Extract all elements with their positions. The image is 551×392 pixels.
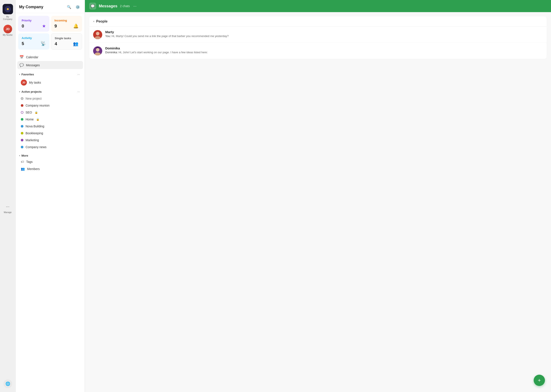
incoming-card[interactable]: Incoming 9 🔔 bbox=[51, 16, 82, 32]
project-item-marketing[interactable]: Marketing bbox=[17, 137, 83, 144]
project-label-company-reunion: Company reunion bbox=[26, 104, 50, 107]
favorites-more-button[interactable]: ··· bbox=[76, 72, 81, 77]
stats-grid: Priority 0 ★ Incoming 9 🔔 Activity 5 📡 S… bbox=[16, 13, 85, 52]
app-logo[interactable] bbox=[3, 4, 13, 14]
main-content: 💬 Messages 2 chats ··· ▾ People bbox=[85, 0, 551, 392]
sidebar-title: My Company bbox=[19, 5, 43, 9]
conversation-preview-marty: You: Hi, Marty! Could you send me a link… bbox=[105, 35, 543, 38]
activity-card-count: 5 bbox=[22, 41, 24, 46]
project-item-nova-building[interactable]: Nova Building bbox=[17, 123, 83, 130]
icon-bar: My Company JD My Nozbe ··· Manage 🌐 bbox=[0, 0, 16, 392]
messages-icon: 💬 bbox=[20, 63, 24, 67]
project-dot-bookkeeping bbox=[21, 132, 23, 134]
conversation-preview-dominika: Dominika: Hi, John! Let's start working … bbox=[105, 51, 543, 54]
sidebar-item-globe[interactable]: 🌐 bbox=[1, 378, 14, 389]
more-section-header[interactable]: ▾ More bbox=[16, 152, 85, 158]
manage-icon: ··· bbox=[3, 202, 12, 211]
conversation-name-marty: Marty bbox=[105, 30, 543, 34]
project-item-bookkeeping[interactable]: Bookkeeping bbox=[17, 130, 83, 137]
favorites-chevron-icon: ▾ bbox=[19, 73, 20, 76]
conversation-item-dominika[interactable]: Dominika Dominika: Hi, John! Let's start… bbox=[89, 43, 547, 59]
people-section: ▾ People Marty You: Hi, Marty! Could you… bbox=[89, 16, 547, 59]
calendar-icon: 📅 bbox=[20, 55, 24, 59]
favorites-section-title: Favorites bbox=[21, 73, 75, 76]
project-label-marketing: Marketing bbox=[26, 138, 39, 142]
activity-card[interactable]: Activity 5 📡 bbox=[18, 33, 49, 49]
sidebar-item-calendar[interactable]: 📅 Calendar bbox=[17, 53, 83, 61]
project-dot-marketing bbox=[21, 139, 23, 141]
app-name-label: My Company bbox=[3, 16, 13, 20]
my-tasks-label: My tasks bbox=[29, 81, 41, 84]
single-tasks-card-title: Single tasks bbox=[55, 37, 79, 40]
sidebar-item-messages[interactable]: 💬 Messages bbox=[17, 61, 83, 69]
single-tasks-card[interactable]: Single tasks 4 👥 bbox=[51, 33, 82, 49]
project-item-company-news[interactable]: Company news bbox=[17, 144, 83, 151]
sidebar-header: My Company 🔍 ⚙️ bbox=[16, 0, 85, 13]
sidebar-nav: 📅 Calendar 💬 Messages bbox=[16, 52, 85, 70]
incoming-card-icon: 🔔 bbox=[73, 23, 79, 28]
activity-card-title: Activity bbox=[22, 36, 46, 40]
project-item-seo[interactable]: SEO 🔒 bbox=[17, 109, 83, 116]
preview-text-dominika: Hi, John! Let's start working on our pag… bbox=[118, 51, 208, 54]
project-label-company-news: Company news bbox=[26, 145, 47, 149]
sidebar-item-my-tasks[interactable]: JD My tasks bbox=[17, 78, 83, 87]
people-section-header[interactable]: ▾ People bbox=[89, 16, 547, 27]
project-label-bookkeeping: Bookkeeping bbox=[26, 132, 43, 135]
sidebar-scroll: ▾ Favorites ··· JD My tasks ▾ Active pro… bbox=[16, 70, 85, 392]
sidebar-item-my-company[interactable]: My Company bbox=[1, 3, 14, 22]
project-dot-company-news bbox=[21, 146, 23, 148]
preview-prefix-marty: You: bbox=[105, 35, 111, 38]
favorites-section-header[interactable]: ▾ Favorites ··· bbox=[16, 70, 85, 78]
tags-label: Tags bbox=[26, 160, 33, 163]
seo-private-icon: 🔒 bbox=[35, 111, 38, 114]
header-badge: 2 chats bbox=[120, 4, 130, 8]
sidebar-item-tags[interactable]: 🏷 Tags bbox=[17, 158, 83, 165]
manage-label: Manage bbox=[4, 211, 12, 214]
sidebar-item-members[interactable]: 👥 Members bbox=[17, 165, 83, 173]
incoming-card-bottom: 9 🔔 bbox=[55, 23, 79, 28]
sidebar-item-nozbe[interactable]: JD My Nozbe bbox=[1, 23, 14, 37]
people-section-title: People bbox=[96, 20, 107, 23]
sidebar-item-manage[interactable]: ··· Manage bbox=[1, 201, 14, 215]
priority-card-bottom: 0 ★ bbox=[22, 23, 46, 28]
messages-label: Messages bbox=[26, 63, 40, 67]
single-tasks-card-count: 4 bbox=[55, 41, 57, 46]
globe-icon: 🌐 bbox=[3, 379, 12, 388]
single-tasks-card-bottom: 4 👥 bbox=[55, 41, 79, 46]
my-nozbe-label: My Nozbe bbox=[3, 34, 13, 36]
tags-icon: 🏷 bbox=[21, 160, 24, 163]
activity-card-icon: 📡 bbox=[41, 41, 46, 46]
svg-point-2 bbox=[96, 32, 99, 35]
project-label-nova-building: Nova Building bbox=[26, 125, 44, 128]
project-dot-nova-building bbox=[21, 125, 23, 127]
priority-card-title: Priority bbox=[22, 19, 46, 22]
active-projects-chevron-icon: ▾ bbox=[19, 91, 20, 93]
svg-point-5 bbox=[96, 48, 99, 52]
active-projects-section-header[interactable]: ▾ Active projects ··· bbox=[16, 87, 85, 95]
home-lock-icon: 🔒 bbox=[36, 118, 39, 121]
conversation-item-marty[interactable]: Marty You: Hi, Marty! Could you send me … bbox=[89, 27, 547, 43]
avatar-dominika bbox=[93, 46, 102, 56]
project-label-home: Home bbox=[26, 118, 34, 121]
sidebar: My Company 🔍 ⚙️ Priority 0 ★ Incoming 9 … bbox=[16, 0, 85, 392]
project-item-company-reunion[interactable]: Company reunion bbox=[17, 102, 83, 109]
members-icon: 👥 bbox=[21, 167, 25, 171]
activity-card-bottom: 5 📡 bbox=[22, 41, 46, 46]
settings-button[interactable]: ⚙️ bbox=[74, 3, 81, 10]
header-more-button[interactable]: ··· bbox=[133, 4, 136, 8]
project-item-home[interactable]: Home 🔒 bbox=[17, 116, 83, 123]
new-project-item[interactable]: + New project bbox=[17, 95, 83, 102]
members-label: Members bbox=[27, 167, 40, 171]
fab-button[interactable]: + bbox=[534, 375, 545, 386]
active-projects-section-title: Active projects bbox=[21, 90, 75, 93]
preview-text-marty: Hi, Marty! Could you send me a link the … bbox=[111, 35, 229, 38]
avatar-marty bbox=[93, 30, 102, 39]
active-projects-more-button[interactable]: ··· bbox=[76, 89, 81, 94]
search-button[interactable]: 🔍 bbox=[66, 3, 73, 10]
main-header: 💬 Messages 2 chats ··· bbox=[85, 0, 551, 12]
new-project-label: New project bbox=[26, 97, 42, 100]
sidebar-header-actions: 🔍 ⚙️ bbox=[66, 3, 81, 10]
preview-prefix-dominika: Dominika: bbox=[105, 51, 118, 54]
priority-card[interactable]: Priority 0 ★ bbox=[18, 16, 49, 32]
people-chevron-icon: ▾ bbox=[93, 20, 94, 23]
